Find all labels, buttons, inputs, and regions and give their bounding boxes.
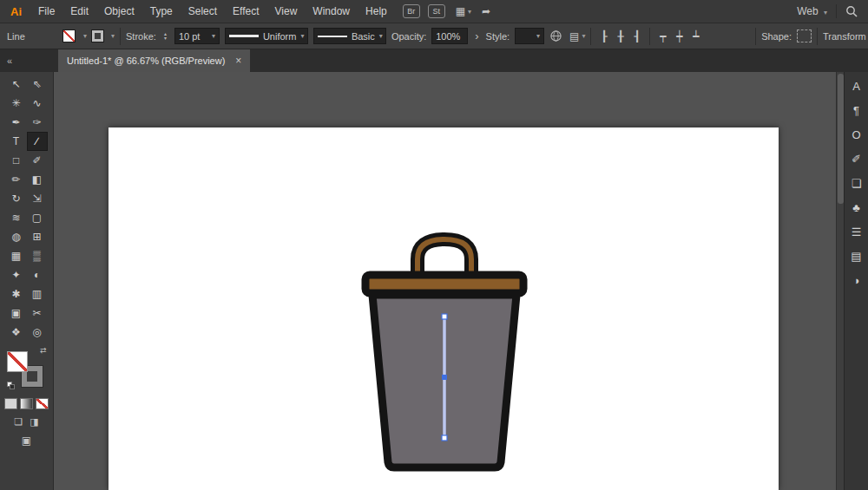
graphic-styles-panel-icon[interactable]: ❏ [847,175,866,192]
gradient-panel-icon[interactable]: ◑ [847,272,866,289]
stroke-weight-stepper[interactable]: ▴▾ [161,32,169,41]
selection-tool[interactable]: ↖ [6,75,27,94]
vertical-align-bottom-icon[interactable]: ┷ [688,29,703,44]
brush-definition-dropdown[interactable]: Basic ▾ [313,28,386,44]
shape-builder-tool[interactable]: ◍ [6,227,27,246]
magic-wand-tool[interactable]: ✳ [6,94,27,113]
width-profile-dropdown[interactable]: Uniform ▾ [225,28,308,44]
horizontal-align-left-icon[interactable]: ┠ [596,29,611,44]
divider [120,28,121,45]
opacity-dropdown[interactable]: 100% [431,28,468,44]
rotate-tool[interactable]: ↻ [6,189,27,208]
layers-panel-icon[interactable]: ▤ [847,248,866,265]
scale-tool[interactable]: ⇲ [27,189,48,208]
pencil-tool[interactable]: ✏ [6,170,27,189]
opacity-value: 100% [436,31,460,42]
transform-link[interactable]: Transform [823,31,868,42]
symbols-panel-icon[interactable]: ♣ [847,199,866,216]
direct-selection-tool[interactable]: ⇖ [27,75,48,94]
pen-tool[interactable]: ✒ [6,113,27,132]
menu-edit[interactable]: Edit [62,0,96,23]
horizontal-align-right-icon[interactable]: ┨ [629,29,644,44]
mesh-tool[interactable]: ▦ [6,246,27,265]
swap-fill-stroke-icon[interactable]: ⇄ [40,346,47,355]
share-button[interactable]: ➦ [482,5,490,17]
menu-type[interactable]: Type [142,0,181,23]
chevron-down-icon[interactable]: ▾ [111,32,115,40]
color-button[interactable] [4,398,17,409]
change-screen-mode-icon[interactable]: ▣ [0,434,53,447]
menu-select[interactable]: Select [181,0,225,23]
stock-button[interactable]: St [428,4,445,18]
eraser-tool[interactable]: ◧ [27,170,48,189]
app-logo[interactable]: Ai [0,5,30,18]
line-segment-tool[interactable]: ∕ [27,132,48,151]
menu-view[interactable]: View [267,0,306,23]
divider [590,28,591,45]
anchor-point-top[interactable] [442,314,447,319]
menu-file[interactable]: File [30,0,62,23]
symbol-sprayer-tool[interactable]: ✱ [6,284,27,304]
bridge-button[interactable]: Br [403,4,420,18]
horizontal-align-center-icon[interactable]: ╂ [613,29,628,44]
draw-behind-icon[interactable]: ◨ [30,416,38,428]
trash-lid[interactable] [365,275,523,293]
menu-window[interactable]: Window [305,0,358,23]
opentype-panel-icon[interactable]: O [847,127,866,143]
perspective-grid-tool[interactable]: ⊞ [27,227,48,246]
artboard-tool[interactable]: ▣ [6,304,27,323]
shape-widget-icon[interactable] [797,29,812,42]
toolbar-collapse-chevron[interactable]: « [0,49,54,72]
gradient-tool[interactable]: ▒ [27,246,48,265]
fill-color-swatch[interactable] [62,29,76,42]
stroke-weight-dropdown[interactable]: 10 pt ▾ [174,28,220,44]
paintbrush-tool[interactable]: ✐ [27,151,48,170]
document-tab[interactable]: Untitled-1* @ 66.67% (RGB/Preview) × [58,49,250,72]
character-panel-icon[interactable]: A [847,78,866,95]
anchor-point-middle[interactable] [442,375,447,380]
globe-icon[interactable] [549,29,562,42]
close-icon[interactable]: × [235,55,241,67]
type-tool[interactable]: T [6,132,27,151]
menu-help[interactable]: Help [358,0,395,23]
search-icon[interactable] [845,5,858,17]
vertical-scrollbar-thumb[interactable] [838,74,844,204]
eyedropper-tool[interactable]: ✦ [6,265,27,284]
menu-effect[interactable]: Effect [225,0,266,23]
blend-tool[interactable]: ◐ [27,265,48,284]
vertical-align-top-icon[interactable]: ┯ [655,29,670,44]
rectangle-tool[interactable]: □ [6,151,27,170]
appearance-panel-icon[interactable]: ☰ [847,224,866,240]
tools-panel: ↖⇖✳∿✒✑T∕□✐✏◧↻⇲≋▢◍⊞▦▒✦◐✱▥▣✂❖◎ ⇄ ❏ ◨ ▣ [0,72,54,490]
column-graph-tool[interactable]: ▥ [27,284,48,304]
arrange-documents-button[interactable]: ▦ ▾ [456,5,471,17]
fill-indicator[interactable] [7,351,28,372]
anchor-point-bottom[interactable] [442,435,447,441]
workspace-switcher[interactable]: Web ▾ [797,5,827,17]
slice-tool[interactable]: ✂ [27,304,48,323]
gradient-button[interactable] [20,398,33,409]
curvature-tool[interactable]: ✑ [27,113,48,132]
vertical-scrollbar[interactable] [836,72,844,490]
hand-tool[interactable]: ❖ [6,323,27,342]
zoom-tool[interactable]: ◎ [27,323,48,342]
default-fill-stroke-icon[interactable] [7,382,16,390]
artboard[interactable] [108,127,779,490]
lasso-tool[interactable]: ∿ [27,94,48,113]
none-button[interactable] [36,398,49,409]
brushes-panel-icon[interactable]: ✐ [847,151,866,167]
vertical-align-center-icon[interactable]: ┿ [672,29,687,44]
divider [649,28,650,45]
document-setup-button[interactable]: ▤ ▾ [569,30,585,42]
opacity-flyout-icon[interactable]: › [473,29,480,42]
canvas-workspace[interactable] [54,72,836,490]
width-tool[interactable]: ≋ [6,208,27,227]
draw-normal-icon[interactable]: ❏ [14,416,23,428]
menu-object[interactable]: Object [96,0,142,23]
stroke-color-swatch[interactable] [92,30,103,42]
paragraph-panel-icon[interactable]: ¶ [847,102,866,119]
graphic-style-dropdown[interactable]: ▾ [515,28,544,44]
chevron-down-icon[interactable]: ▾ [83,32,87,40]
chevron-down-icon: ▾ [582,32,585,40]
free-transform-tool[interactable]: ▢ [27,208,48,227]
